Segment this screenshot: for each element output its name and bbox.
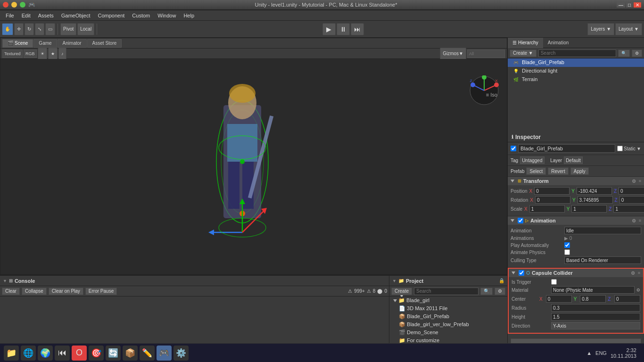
prefab-revert-button[interactable]: Revert [548, 167, 568, 175]
position-z-input[interactable] [619, 187, 644, 195]
layer-select[interactable]: Default [564, 156, 583, 164]
collider-settings-icon[interactable]: ≡ [638, 271, 640, 275]
is-trigger-toggle[interactable] [551, 279, 557, 285]
minimize-window-btn[interactable] [11, 2, 17, 8]
lighting-toggle-button[interactable]: ☀ [38, 48, 47, 60]
object-name-input[interactable] [518, 144, 615, 153]
view-mode-select[interactable]: Textured [2, 49, 23, 58]
hierarchy-search-button[interactable]: 🔍 [618, 49, 630, 57]
tab-asset-store[interactable]: Asset Store [87, 39, 122, 48]
animation-header[interactable]: ▷ Animation ⚙ ≡ [508, 216, 644, 225]
center-z-input[interactable] [614, 295, 640, 303]
animation-settings-icon[interactable]: ≡ [639, 218, 641, 223]
transform-header[interactable]: ⊞ Transform ⚙ ≡ [508, 177, 644, 185]
tab-animator[interactable]: Animator [58, 39, 87, 48]
console-clear-button[interactable]: Clear [2, 288, 20, 295]
win-close-button[interactable]: ✕ [634, 2, 641, 8]
win-minimize-button[interactable]: — [617, 2, 625, 8]
direction-select[interactable]: Y-Axis [551, 322, 640, 329]
scene-viewport[interactable]: X Y Z ≡ Iso [0, 59, 507, 274]
hand-tool-button[interactable]: ✋ [2, 23, 13, 35]
list-item[interactable]: 📄 3D Max 2011 File [389, 304, 507, 313]
taskbar-icon-globe[interactable]: 🌍 [38, 346, 53, 361]
taskbar-icon-files[interactable]: 📁 [4, 346, 19, 361]
gizmos-button[interactable]: Gizmos ▼ [440, 48, 466, 60]
menu-help[interactable]: Help [180, 12, 198, 19]
menu-assets[interactable]: Assets [34, 12, 58, 19]
rotation-x-input[interactable] [535, 196, 570, 204]
console-clear-on-play-button[interactable]: Clear on Play [49, 288, 83, 295]
tab-scene[interactable]: 🎬 Scene [2, 39, 33, 48]
transform-gear-icon[interactable]: ⚙ [632, 179, 636, 184]
hierarchy-item-directional-light[interactable]: 💡 Directional light [508, 67, 644, 75]
taskbar-icon-browser[interactable]: 🌐 [21, 346, 36, 361]
taskbar-icon-opera[interactable]: O [72, 346, 87, 361]
local-toggle-button[interactable]: Local [77, 23, 94, 35]
scene-search-input[interactable] [467, 49, 505, 58]
pivot-toggle-button[interactable]: Pivot [60, 23, 76, 35]
rotation-y-input[interactable] [578, 196, 613, 204]
animate-physics-toggle[interactable] [564, 249, 570, 255]
taskbar-icon-game[interactable]: 🎮 [157, 346, 172, 361]
prefab-apply-button[interactable]: Apply [570, 167, 589, 175]
menu-file[interactable]: File [2, 12, 18, 19]
win-maximize-button[interactable]: □ [626, 2, 633, 8]
center-x-input[interactable] [546, 295, 572, 303]
animation-enabled-toggle[interactable] [518, 218, 523, 223]
move-tool-button[interactable]: ✛ [14, 23, 24, 35]
step-button[interactable]: ⏭ [351, 23, 364, 35]
color-mode-select[interactable]: RGB [24, 49, 37, 58]
play-auto-toggle[interactable] [564, 242, 570, 248]
object-active-toggle[interactable] [511, 146, 516, 151]
taskbar-icon-media[interactable]: ⏮ [55, 346, 70, 361]
project-item-blade-girl[interactable]: 📁 Blade_girl [389, 296, 507, 304]
list-item[interactable]: 📦 Blade_girl_ver_low_Prefab [389, 321, 507, 329]
animation-clip-input[interactable] [564, 227, 641, 234]
audio-toggle-button[interactable]: ♪ [58, 48, 66, 60]
project-search-input[interactable] [414, 288, 479, 295]
close-window-btn[interactable] [3, 2, 8, 8]
material-input[interactable] [551, 286, 635, 294]
static-toggle[interactable] [617, 146, 623, 151]
pause-button[interactable]: ⏸ [337, 23, 350, 35]
taskbar-hide-icon[interactable]: ▲ [586, 350, 592, 356]
taskbar-icon-settings[interactable]: ⚙️ [173, 346, 189, 361]
scale-tool-button[interactable]: ⤡ [35, 23, 44, 35]
menu-window[interactable]: Window [154, 12, 180, 19]
project-settings-button[interactable]: ⚙ [495, 288, 505, 295]
prefab-select-button[interactable]: Select [526, 167, 546, 175]
rect-tool-button[interactable]: ▭ [45, 23, 55, 35]
project-lock-icon[interactable]: 🔒 [499, 278, 504, 283]
culling-type-select[interactable]: Based On Renderer [564, 256, 641, 264]
scale-y-input[interactable] [571, 205, 607, 213]
hierarchy-search-input[interactable] [538, 49, 616, 57]
capsule-collider-header[interactable]: ⬡ Capsule Collider ⚙ ≡ [509, 269, 643, 277]
fx-toggle-button[interactable]: ★ [48, 48, 58, 60]
taskbar-icon-target[interactable]: 🎯 [89, 346, 104, 361]
play-button[interactable]: ▶ [322, 23, 336, 35]
layout-dropdown[interactable]: Layout ▼ [615, 23, 642, 35]
hierarchy-create-button[interactable]: Create ▼ [510, 49, 537, 57]
tab-hierarchy[interactable]: ☰ Hierarchy [508, 38, 543, 48]
position-x-input[interactable] [534, 187, 570, 195]
menu-component[interactable]: Component [94, 12, 128, 19]
tab-animation[interactable]: Animation [543, 38, 573, 48]
list-item[interactable]: 📦 Blade_Girl_Prefab [389, 313, 507, 321]
animation-gear-icon[interactable]: ⚙ [632, 218, 636, 223]
taskbar-icon-box[interactable]: 📦 [123, 346, 138, 361]
scale-z-input[interactable] [613, 205, 644, 213]
project-create-button[interactable]: Create ▼ [391, 288, 412, 295]
rotation-z-input[interactable] [619, 196, 644, 204]
hierarchy-item-terrain[interactable]: 🌿 Terrain [508, 75, 644, 84]
menu-gameobject[interactable]: GameObject [58, 12, 94, 19]
position-y-input[interactable] [577, 187, 612, 195]
rotate-tool-button[interactable]: ↻ [25, 23, 34, 35]
collider-gear-icon[interactable]: ⚙ [631, 271, 635, 276]
list-item[interactable]: 🎬 Demo_Scene [389, 329, 507, 337]
hierarchy-item-blade-girl-prefab[interactable]: 🎮 Blade_Girl_Prefab [508, 58, 644, 67]
center-y-input[interactable] [580, 295, 606, 303]
radius-input[interactable] [551, 304, 640, 312]
console-error-pause-button[interactable]: Error Pause [85, 288, 117, 295]
console-collapse-button[interactable]: Collapse [22, 288, 47, 295]
project-search-button[interactable]: 🔍 [480, 288, 493, 295]
